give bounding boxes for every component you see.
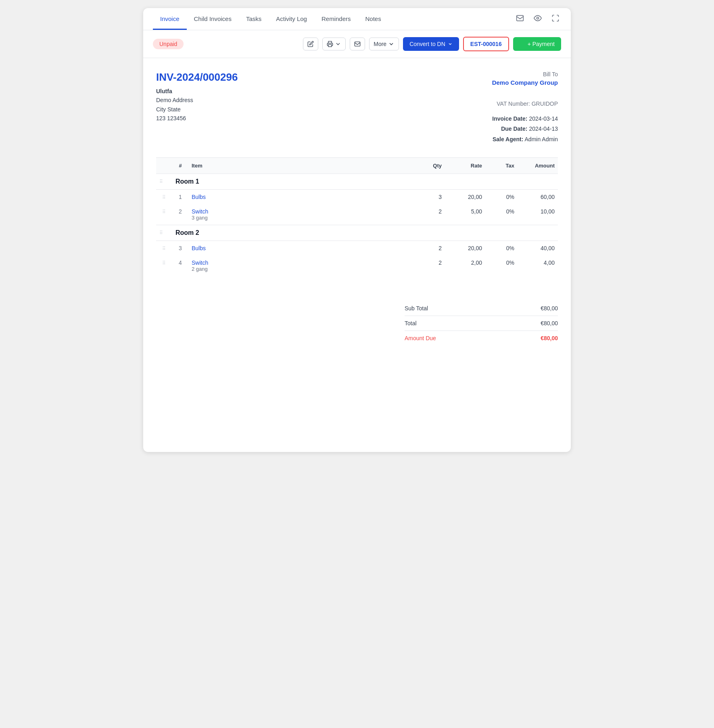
- status-badge: Unpaid: [153, 39, 184, 49]
- item-desc: 3 gang: [192, 215, 409, 221]
- amount-due-label: Amount Due: [405, 335, 436, 341]
- bill-to-label: Bill To: [492, 71, 558, 77]
- table-row: ⠿ 1 Bulbs 3 20,00 0% 60,00: [156, 189, 558, 204]
- col-drag: [156, 157, 172, 174]
- col-qty: Qty: [413, 157, 445, 174]
- total-value: €80,00: [541, 320, 558, 326]
- amount-due-value: €80,00: [541, 335, 558, 341]
- col-amount: Amount: [518, 157, 558, 174]
- svg-point-1: [537, 17, 539, 19]
- section-title-room2: Room 2: [175, 229, 199, 236]
- item-name[interactable]: Switch: [192, 259, 409, 266]
- drag-handle[interactable]: ⠿: [162, 209, 166, 215]
- amount-due-row: Amount Due €80,00: [405, 331, 558, 345]
- totals-section: Sub Total €80,00 Total €80,00 Amount Due…: [156, 301, 558, 345]
- email-action-button[interactable]: [350, 38, 365, 50]
- invoice-meta: VAT Number: GRUIDOP Invoice Date: 2024-0…: [492, 99, 558, 144]
- tab-action-icons: [514, 13, 561, 25]
- invoice-body: INV-2024/000296 Ulutfa Demo Address City…: [143, 58, 571, 362]
- col-tax: Tax: [485, 157, 518, 174]
- invoice-date: Invoice Date: 2024-03-14: [492, 114, 558, 124]
- section-room2: ⠿ Room 2: [156, 225, 558, 241]
- section-room1: ⠿ Room 1: [156, 174, 558, 189]
- invoice-number: INV-2024/000296: [156, 71, 238, 84]
- invoice-dates: Invoice Date: 2024-03-14 Due Date: 2024-…: [492, 114, 558, 144]
- expand-icon-button[interactable]: [550, 13, 561, 24]
- toolbar: Unpaid More: [143, 30, 571, 58]
- tab-tasks[interactable]: Tasks: [239, 8, 269, 30]
- svg-rect-0: [517, 15, 524, 21]
- vat-number: VAT Number: GRUIDOP: [492, 99, 558, 109]
- totals-table: Sub Total €80,00 Total €80,00 Amount Due…: [405, 301, 558, 345]
- print-button[interactable]: [322, 38, 346, 50]
- invoice-address: Ulutfa Demo Address City State 123 12345…: [156, 87, 238, 123]
- subtotal-label: Sub Total: [405, 305, 428, 312]
- eye-icon-button[interactable]: [532, 13, 543, 24]
- more-button[interactable]: More: [369, 38, 399, 50]
- table-row: ⠿ 2 Switch 3 gang 2 5,00 0% 10,00: [156, 204, 558, 225]
- drag-handle[interactable]: ⠿: [162, 195, 166, 200]
- svg-rect-3: [355, 42, 360, 46]
- tab-bar: Invoice Child Invoices Tasks Activity Lo…: [143, 8, 571, 30]
- drag-handle[interactable]: ⠿: [159, 230, 163, 236]
- address-line2: City State: [156, 105, 238, 114]
- item-desc: 2 gang: [192, 266, 409, 272]
- item-name[interactable]: Switch: [192, 208, 409, 215]
- col-item: Item: [188, 157, 413, 174]
- invoice-header: INV-2024/000296 Ulutfa Demo Address City…: [156, 71, 558, 144]
- table-row: ⠿ 3 Bulbs 2 20,00 0% 40,00: [156, 241, 558, 255]
- bill-to-section: Bill To Demo Company Group VAT Number: G…: [492, 71, 558, 144]
- drag-handle[interactable]: ⠿: [162, 246, 166, 251]
- drag-handle[interactable]: ⠿: [159, 179, 163, 184]
- total-label: Total: [405, 320, 417, 326]
- edit-button[interactable]: [303, 38, 318, 50]
- invoice-table: # Item Qty Rate Tax Amount ⠿ Room 1 ⠿ 1: [156, 157, 558, 288]
- col-num: #: [172, 157, 188, 174]
- item-name[interactable]: Bulbs: [192, 245, 206, 251]
- svg-rect-2: [328, 44, 332, 46]
- col-rate: Rate: [445, 157, 485, 174]
- section-title-room1: Room 1: [175, 178, 199, 185]
- tab-activity-log[interactable]: Activity Log: [269, 8, 314, 30]
- email-icon-button[interactable]: [514, 13, 526, 24]
- from-company-name: Ulutfa: [156, 87, 238, 96]
- item-name[interactable]: Bulbs: [192, 194, 206, 200]
- tab-reminders[interactable]: Reminders: [314, 8, 358, 30]
- invoice-card: Invoice Child Invoices Tasks Activity Lo…: [143, 8, 571, 452]
- address-line1: Demo Address: [156, 96, 238, 105]
- add-payment-button[interactable]: + Payment: [513, 37, 561, 51]
- bill-to-company[interactable]: Demo Company Group: [492, 79, 558, 86]
- tab-child-invoices[interactable]: Child Invoices: [187, 8, 239, 30]
- due-date: Due Date: 2024-04-13: [492, 124, 558, 134]
- subtotal-row: Sub Total €80,00: [405, 301, 558, 316]
- convert-to-dn-button[interactable]: Convert to DN: [403, 37, 459, 51]
- subtotal-value: €80,00: [541, 305, 558, 312]
- table-row: ⠿ 4 Switch 2 gang 2 2,00 0% 4,00: [156, 255, 558, 276]
- spacer-row: [156, 276, 558, 288]
- drag-handle[interactable]: ⠿: [162, 260, 166, 266]
- sale-agent: Sale Agent: Admin Admin: [492, 134, 558, 144]
- tab-invoice[interactable]: Invoice: [153, 8, 187, 30]
- invoice-from-section: INV-2024/000296 Ulutfa Demo Address City…: [156, 71, 238, 123]
- tab-notes[interactable]: Notes: [358, 8, 388, 30]
- est-button[interactable]: EST-000016: [463, 37, 509, 51]
- total-row: Total €80,00: [405, 316, 558, 331]
- address-line3: 123 123456: [156, 114, 238, 123]
